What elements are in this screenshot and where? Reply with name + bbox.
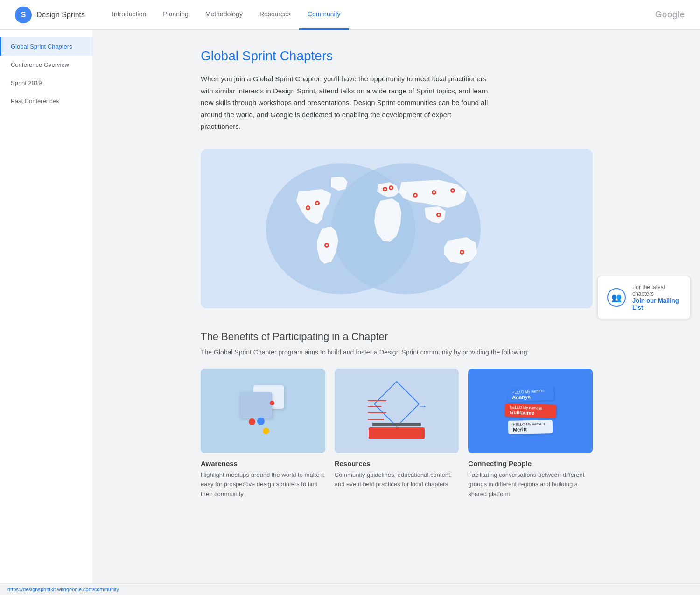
svg-point-15 bbox=[438, 214, 440, 216]
wave-line-4 bbox=[368, 419, 384, 420]
dot-orange bbox=[263, 428, 269, 434]
wave-line-2 bbox=[368, 406, 382, 407]
nav-item-introduction[interactable]: Introduction bbox=[104, 0, 154, 30]
awareness-card-image bbox=[201, 369, 325, 453]
benefits-desc: The Global Sprint Chapter program aims t… bbox=[201, 348, 593, 356]
awareness-card-title: Awareness bbox=[201, 460, 325, 468]
svg-point-13 bbox=[452, 190, 454, 191]
wave-line-1 bbox=[368, 400, 386, 401]
logo-icon: S bbox=[15, 7, 32, 23]
sticky-note-blue bbox=[239, 392, 272, 418]
main-nav: Introduction Planning Methodology Resour… bbox=[104, 0, 655, 30]
sidebar-item-global-sprint-chapters[interactable]: Global Sprint Chapters bbox=[0, 37, 93, 56]
wave-line-3 bbox=[368, 412, 386, 413]
svg-point-3 bbox=[316, 202, 318, 204]
resources-card-title: Resources bbox=[335, 460, 459, 468]
awareness-illustration bbox=[235, 383, 291, 439]
mailing-icon: 👥 bbox=[607, 288, 626, 307]
mailing-link[interactable]: Join our Mailing List bbox=[632, 297, 681, 311]
tag-hello-1: HELLO My name is bbox=[511, 389, 549, 395]
dot-red bbox=[249, 418, 255, 425]
resource-base-2 bbox=[372, 423, 421, 426]
tag-hello-2: HELLO My name is bbox=[510, 405, 552, 411]
intro-text: When you join a Global Sprint Chapter, y… bbox=[201, 73, 490, 133]
svg-point-17 bbox=[326, 244, 328, 246]
svg-point-19 bbox=[461, 251, 463, 253]
diamond-shape bbox=[374, 381, 420, 427]
arrow-right-icon: → bbox=[419, 402, 427, 411]
svg-point-1 bbox=[307, 207, 309, 209]
nav-item-resources[interactable]: Resources bbox=[251, 0, 299, 30]
header: S Design Sprints Introduction Planning M… bbox=[0, 0, 700, 30]
connecting-illustration: HELLO My name is Ananya HELLO My name is… bbox=[500, 383, 561, 439]
connecting-card-desc: Facilitating conversations between diffe… bbox=[468, 470, 593, 499]
name-tag-ananya: HELLO My name is Ananya bbox=[507, 386, 554, 402]
svg-point-9 bbox=[414, 194, 416, 196]
page-title: Global Sprint Chapters bbox=[201, 49, 593, 64]
page-layout: Global Sprint Chapters Conference Overvi… bbox=[0, 30, 700, 595]
svg-point-7 bbox=[390, 187, 392, 189]
google-logo: Google bbox=[655, 10, 685, 20]
dot-red2 bbox=[270, 401, 274, 405]
sidebar-item-conference-overview[interactable]: Conference Overview bbox=[0, 56, 93, 74]
logo-text: Design Sprints bbox=[36, 11, 85, 19]
mailing-prefix: For the latest chapters bbox=[632, 284, 681, 297]
map-section bbox=[201, 149, 593, 308]
resources-card-desc: Community guidelines, educational conten… bbox=[335, 470, 459, 490]
sidebar-item-sprint-2019[interactable]: Sprint 2019 bbox=[0, 74, 93, 92]
resources-card-image: → bbox=[335, 369, 459, 453]
awareness-card-desc: Highlight meetups around the world to ma… bbox=[201, 470, 325, 499]
svg-point-5 bbox=[384, 188, 386, 190]
benefits-title: The Benefits of Participating in a Chapt… bbox=[201, 331, 593, 343]
sidebar: Global Sprint Chapters Conference Overvi… bbox=[0, 30, 93, 595]
nav-item-community[interactable]: Community bbox=[299, 0, 349, 30]
map-container bbox=[257, 163, 537, 294]
nav-item-methodology[interactable]: Methodology bbox=[197, 0, 251, 30]
status-url: https://designsprintkit.withgoogle.com/c… bbox=[7, 587, 119, 592]
resources-illustration: → bbox=[364, 381, 429, 441]
name-tag-guillaume: HELLO My name is Guillaume bbox=[504, 403, 556, 418]
connecting-card-title: Connecting People bbox=[468, 460, 593, 468]
content-area: Global Sprint Chapters When you join a G… bbox=[173, 30, 621, 527]
world-map bbox=[271, 168, 523, 290]
name-tag-meritt: HELLO My name is Meritt bbox=[508, 420, 553, 434]
mailing-text-container: For the latest chapters Join our Mailing… bbox=[632, 284, 681, 311]
svg-point-11 bbox=[433, 191, 435, 193]
logo[interactable]: S Design Sprints bbox=[15, 7, 85, 23]
tag-hello-3: HELLO My name is bbox=[513, 422, 548, 426]
status-bar: https://designsprintkit.withgoogle.com/c… bbox=[0, 583, 700, 595]
awareness-card: Awareness Highlight meetups around the w… bbox=[201, 369, 325, 499]
sidebar-item-past-conferences[interactable]: Past Conferences bbox=[0, 92, 93, 110]
connecting-card-image: HELLO My name is Ananya HELLO My name is… bbox=[468, 369, 593, 453]
resource-base bbox=[369, 427, 425, 439]
connecting-card: HELLO My name is Ananya HELLO My name is… bbox=[468, 369, 593, 499]
nav-item-planning[interactable]: Planning bbox=[154, 0, 197, 30]
resources-card: → Resources Community guidelines, educat… bbox=[335, 369, 459, 499]
dot-blue bbox=[257, 418, 265, 425]
benefit-cards: Awareness Highlight meetups around the w… bbox=[201, 369, 593, 499]
mailing-list-card[interactable]: 👥 For the latest chapters Join our Maili… bbox=[597, 276, 691, 319]
